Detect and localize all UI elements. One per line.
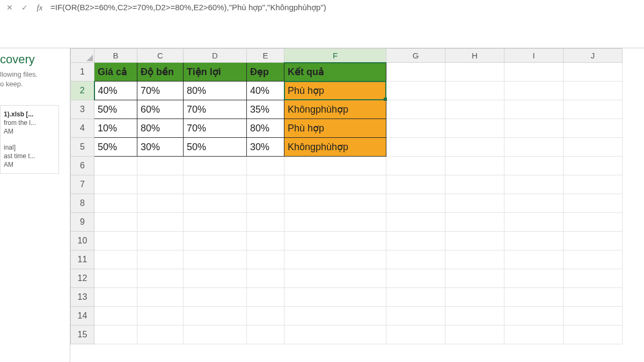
cell[interactable]: 40% — [94, 82, 137, 100]
cell[interactable]: 35% — [247, 100, 284, 119]
cell[interactable] — [504, 119, 564, 138]
cell[interactable]: Phù hợp — [284, 119, 386, 138]
cell[interactable] — [184, 307, 247, 326]
cell[interactable] — [386, 213, 445, 232]
cell[interactable]: 10% — [94, 119, 137, 138]
cell[interactable]: Độ bền — [137, 63, 184, 82]
cell[interactable] — [564, 138, 623, 157]
formula-input[interactable] — [47, 0, 644, 15]
cell[interactable] — [94, 232, 137, 250]
cell[interactable] — [386, 82, 445, 100]
cell[interactable]: Tiện lợi — [184, 63, 247, 82]
column-header[interactable]: E — [247, 49, 284, 63]
cell[interactable] — [445, 307, 504, 326]
cell[interactable] — [445, 269, 504, 288]
cell[interactable]: 70% — [184, 100, 247, 119]
cell[interactable] — [564, 307, 623, 326]
cell[interactable] — [504, 232, 564, 250]
row-header[interactable]: 11 — [71, 250, 94, 269]
cell[interactable] — [94, 269, 137, 288]
cell[interactable] — [94, 307, 137, 326]
row-header[interactable]: 9 — [71, 213, 94, 232]
row-header[interactable]: 2 — [71, 82, 94, 100]
cell[interactable]: 40% — [247, 82, 284, 100]
cell[interactable] — [137, 157, 184, 175]
cell[interactable] — [94, 213, 137, 232]
cell[interactable] — [94, 175, 137, 194]
row-header[interactable]: 7 — [71, 175, 94, 194]
column-header[interactable]: B — [94, 49, 137, 63]
cell[interactable] — [284, 307, 386, 326]
row-header[interactable]: 14 — [71, 307, 94, 326]
cell[interactable] — [564, 82, 623, 100]
cell[interactable] — [445, 213, 504, 232]
cell[interactable]: 30% — [247, 138, 284, 157]
cell[interactable] — [284, 326, 386, 344]
cell[interactable] — [386, 194, 445, 213]
cell[interactable] — [137, 194, 184, 213]
cell[interactable] — [445, 157, 504, 175]
cell[interactable] — [284, 175, 386, 194]
row-header[interactable]: 15 — [71, 326, 94, 344]
formula-cancel-button[interactable]: ✕ — [2, 0, 17, 15]
cell[interactable] — [445, 326, 504, 344]
cell[interactable] — [284, 194, 386, 213]
cell[interactable] — [94, 326, 137, 344]
cell[interactable] — [386, 250, 445, 269]
cell[interactable] — [284, 288, 386, 307]
cell[interactable]: 70% — [184, 119, 247, 138]
cell[interactable] — [445, 82, 504, 100]
cell[interactable] — [386, 326, 445, 344]
row-header[interactable]: 4 — [71, 119, 94, 138]
cell[interactable]: 80% — [137, 119, 184, 138]
cell[interactable] — [386, 269, 445, 288]
cell[interactable]: 70% — [137, 82, 184, 100]
cell[interactable] — [137, 307, 184, 326]
cell[interactable] — [445, 232, 504, 250]
cell[interactable] — [564, 175, 623, 194]
row-header[interactable]: 5 — [71, 138, 94, 157]
cell[interactable] — [137, 288, 184, 307]
cell[interactable] — [247, 232, 284, 250]
cell[interactable] — [137, 213, 184, 232]
cell[interactable]: 50% — [184, 138, 247, 157]
spreadsheet-grid[interactable]: BCDEFGHIJ1Giá cảĐộ bềnTiện lợiĐẹpKết quả… — [70, 48, 644, 362]
column-header[interactable]: D — [184, 49, 247, 63]
cell[interactable] — [386, 157, 445, 175]
cell[interactable]: 50% — [94, 100, 137, 119]
cell[interactable] — [564, 250, 623, 269]
cell[interactable] — [184, 326, 247, 344]
cell[interactable]: 80% — [247, 119, 284, 138]
cell[interactable] — [564, 194, 623, 213]
cell[interactable] — [247, 288, 284, 307]
cell[interactable] — [137, 232, 184, 250]
cell[interactable] — [247, 250, 284, 269]
cell[interactable] — [247, 307, 284, 326]
cell[interactable] — [564, 288, 623, 307]
cell[interactable] — [386, 119, 445, 138]
cell[interactable] — [504, 100, 564, 119]
cell[interactable] — [504, 82, 564, 100]
cell[interactable] — [445, 63, 504, 82]
cell[interactable] — [137, 326, 184, 344]
cell[interactable] — [504, 269, 564, 288]
cell[interactable] — [564, 63, 623, 82]
cell[interactable] — [504, 213, 564, 232]
cell[interactable] — [184, 288, 247, 307]
cell[interactable] — [386, 63, 445, 82]
cell[interactable] — [445, 194, 504, 213]
cell[interactable] — [386, 100, 445, 119]
cell[interactable] — [247, 194, 284, 213]
column-header[interactable]: H — [445, 49, 504, 63]
cell[interactable] — [386, 138, 445, 157]
cell[interactable] — [247, 213, 284, 232]
row-header[interactable]: 10 — [71, 232, 94, 250]
cell[interactable]: Kết quả — [284, 63, 386, 82]
cell[interactable] — [386, 232, 445, 250]
column-header[interactable]: C — [137, 49, 184, 63]
cell[interactable] — [184, 232, 247, 250]
cell[interactable] — [386, 175, 445, 194]
cell[interactable] — [284, 213, 386, 232]
cell[interactable] — [564, 100, 623, 119]
cell[interactable] — [386, 307, 445, 326]
